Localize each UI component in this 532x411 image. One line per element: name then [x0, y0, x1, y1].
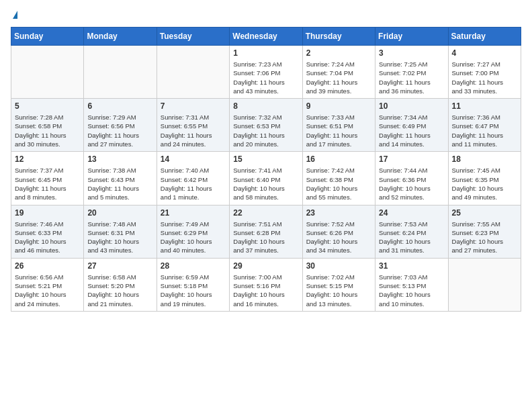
calendar-week-row: 5Sunrise: 7:28 AMSunset: 6:58 PMDaylight…: [11, 99, 521, 152]
day-info: Sunrise: 7:52 AMSunset: 6:26 PMDaylight:…: [306, 220, 371, 255]
day-number: 29: [233, 261, 298, 271]
logo: [11, 11, 17, 20]
day-info: Sunrise: 7:45 AMSunset: 6:35 PMDaylight:…: [452, 166, 517, 201]
calendar-day-cell: 13Sunrise: 7:38 AMSunset: 6:43 PMDayligh…: [84, 152, 157, 205]
day-info: Sunrise: 7:25 AMSunset: 7:02 PMDaylight:…: [379, 60, 444, 95]
weekday-header-tuesday: Tuesday: [157, 28, 229, 46]
day-number: 21: [161, 208, 226, 218]
calendar-day-cell: 3Sunrise: 7:25 AMSunset: 7:02 PMDaylight…: [375, 46, 448, 99]
day-info: Sunrise: 6:59 AMSunset: 5:18 PMDaylight:…: [161, 273, 226, 308]
calendar-day-cell: 27Sunrise: 6:58 AMSunset: 5:20 PMDayligh…: [84, 258, 157, 311]
weekday-header-saturday: Saturday: [448, 28, 521, 46]
day-info: Sunrise: 7:46 AMSunset: 6:33 PMDaylight:…: [15, 220, 80, 255]
header: [11, 11, 521, 20]
day-info: Sunrise: 7:44 AMSunset: 6:36 PMDaylight:…: [379, 166, 444, 201]
day-number: 12: [15, 154, 80, 164]
calendar-day-cell: [11, 46, 84, 99]
calendar-day-cell: 12Sunrise: 7:37 AMSunset: 6:45 PMDayligh…: [11, 152, 84, 205]
calendar-week-row: 1Sunrise: 7:23 AMSunset: 7:06 PMDaylight…: [11, 46, 521, 99]
day-info: Sunrise: 7:00 AMSunset: 5:16 PMDaylight:…: [233, 273, 298, 308]
day-info: Sunrise: 7:02 AMSunset: 5:15 PMDaylight:…: [306, 273, 371, 308]
calendar-day-cell: 29Sunrise: 7:00 AMSunset: 5:16 PMDayligh…: [230, 258, 302, 311]
day-number: 20: [87, 208, 152, 218]
calendar-day-cell: 16Sunrise: 7:42 AMSunset: 6:38 PMDayligh…: [302, 152, 375, 205]
day-info: Sunrise: 7:32 AMSunset: 6:53 PMDaylight:…: [233, 113, 298, 148]
calendar-day-cell: 24Sunrise: 7:53 AMSunset: 6:24 PMDayligh…: [375, 205, 448, 258]
calendar-day-cell: 7Sunrise: 7:31 AMSunset: 6:55 PMDaylight…: [157, 99, 229, 152]
day-number: 2: [306, 48, 371, 58]
calendar-week-row: 12Sunrise: 7:37 AMSunset: 6:45 PMDayligh…: [11, 152, 521, 205]
day-info: Sunrise: 7:53 AMSunset: 6:24 PMDaylight:…: [379, 220, 444, 255]
day-info: Sunrise: 6:56 AMSunset: 5:21 PMDaylight:…: [15, 273, 80, 308]
day-number: 15: [233, 154, 298, 164]
day-number: 11: [452, 101, 517, 111]
weekday-header-monday: Monday: [84, 28, 157, 46]
day-number: 8: [233, 101, 298, 111]
calendar-day-cell: 18Sunrise: 7:45 AMSunset: 6:35 PMDayligh…: [448, 152, 521, 205]
day-number: 16: [306, 154, 371, 164]
calendar-day-cell: 17Sunrise: 7:44 AMSunset: 6:36 PMDayligh…: [375, 152, 448, 205]
day-info: Sunrise: 7:41 AMSunset: 6:40 PMDaylight:…: [233, 166, 298, 201]
calendar-day-cell: 25Sunrise: 7:55 AMSunset: 6:23 PMDayligh…: [448, 205, 521, 258]
calendar-week-row: 19Sunrise: 7:46 AMSunset: 6:33 PMDayligh…: [11, 205, 521, 258]
day-number: 30: [306, 261, 371, 271]
calendar-day-cell: 10Sunrise: 7:34 AMSunset: 6:49 PMDayligh…: [375, 99, 448, 152]
calendar-day-cell: 2Sunrise: 7:24 AMSunset: 7:04 PMDaylight…: [302, 46, 375, 99]
day-number: 24: [379, 208, 444, 218]
day-number: 22: [233, 208, 298, 218]
day-info: Sunrise: 7:38 AMSunset: 6:43 PMDaylight:…: [87, 166, 152, 201]
calendar-day-cell: 22Sunrise: 7:51 AMSunset: 6:28 PMDayligh…: [230, 205, 302, 258]
calendar-day-cell: 11Sunrise: 7:36 AMSunset: 6:47 PMDayligh…: [448, 99, 521, 152]
day-info: Sunrise: 7:51 AMSunset: 6:28 PMDaylight:…: [233, 220, 298, 255]
day-info: Sunrise: 7:33 AMSunset: 6:51 PMDaylight:…: [306, 113, 371, 148]
day-number: 6: [87, 101, 152, 111]
day-info: Sunrise: 6:58 AMSunset: 5:20 PMDaylight:…: [87, 273, 152, 308]
calendar-day-cell: [84, 46, 157, 99]
calendar-day-cell: 31Sunrise: 7:03 AMSunset: 5:13 PMDayligh…: [375, 258, 448, 311]
calendar-day-cell: 28Sunrise: 6:59 AMSunset: 5:18 PMDayligh…: [157, 258, 229, 311]
calendar-day-cell: 30Sunrise: 7:02 AMSunset: 5:15 PMDayligh…: [302, 258, 375, 311]
day-number: 13: [87, 154, 152, 164]
calendar-day-cell: 21Sunrise: 7:49 AMSunset: 6:29 PMDayligh…: [157, 205, 229, 258]
day-number: 31: [379, 261, 444, 271]
calendar-day-cell: 1Sunrise: 7:23 AMSunset: 7:06 PMDaylight…: [230, 46, 302, 99]
calendar-day-cell: 15Sunrise: 7:41 AMSunset: 6:40 PMDayligh…: [230, 152, 302, 205]
day-number: 27: [87, 261, 152, 271]
day-number: 25: [452, 208, 517, 218]
calendar-day-cell: 6Sunrise: 7:29 AMSunset: 6:56 PMDaylight…: [84, 99, 157, 152]
day-number: 28: [161, 261, 226, 271]
day-number: 7: [161, 101, 226, 111]
calendar-day-cell: 20Sunrise: 7:48 AMSunset: 6:31 PMDayligh…: [84, 205, 157, 258]
calendar-day-cell: 4Sunrise: 7:27 AMSunset: 7:00 PMDaylight…: [448, 46, 521, 99]
day-number: 18: [452, 154, 517, 164]
day-number: 5: [15, 101, 80, 111]
day-info: Sunrise: 7:40 AMSunset: 6:42 PMDaylight:…: [161, 166, 226, 201]
weekday-header-row: SundayMondayTuesdayWednesdayThursdayFrid…: [11, 28, 521, 46]
calendar-day-cell: 8Sunrise: 7:32 AMSunset: 6:53 PMDaylight…: [230, 99, 302, 152]
day-info: Sunrise: 7:49 AMSunset: 6:29 PMDaylight:…: [161, 220, 226, 255]
day-number: 10: [379, 101, 444, 111]
day-info: Sunrise: 7:48 AMSunset: 6:31 PMDaylight:…: [87, 220, 152, 255]
calendar-day-cell: 14Sunrise: 7:40 AMSunset: 6:42 PMDayligh…: [157, 152, 229, 205]
weekday-header-thursday: Thursday: [302, 28, 375, 46]
day-number: 14: [161, 154, 226, 164]
day-info: Sunrise: 7:31 AMSunset: 6:55 PMDaylight:…: [161, 113, 226, 148]
calendar-day-cell: 5Sunrise: 7:28 AMSunset: 6:58 PMDaylight…: [11, 99, 84, 152]
day-number: 1: [233, 48, 298, 58]
day-number: 4: [452, 48, 517, 58]
day-info: Sunrise: 7:24 AMSunset: 7:04 PMDaylight:…: [306, 60, 371, 95]
weekday-header-sunday: Sunday: [11, 28, 84, 46]
calendar-day-cell: 19Sunrise: 7:46 AMSunset: 6:33 PMDayligh…: [11, 205, 84, 258]
day-info: Sunrise: 7:37 AMSunset: 6:45 PMDaylight:…: [15, 166, 80, 201]
calendar-day-cell: 26Sunrise: 6:56 AMSunset: 5:21 PMDayligh…: [11, 258, 84, 311]
logo-triangle-icon: [13, 11, 17, 19]
day-info: Sunrise: 7:23 AMSunset: 7:06 PMDaylight:…: [233, 60, 298, 95]
day-info: Sunrise: 7:36 AMSunset: 6:47 PMDaylight:…: [452, 113, 517, 148]
day-info: Sunrise: 7:34 AMSunset: 6:49 PMDaylight:…: [379, 113, 444, 148]
calendar-day-cell: [448, 258, 521, 311]
day-info: Sunrise: 7:03 AMSunset: 5:13 PMDaylight:…: [379, 273, 444, 308]
weekday-header-wednesday: Wednesday: [230, 28, 302, 46]
day-info: Sunrise: 7:55 AMSunset: 6:23 PMDaylight:…: [452, 220, 517, 255]
calendar-table: SundayMondayTuesdayWednesdayThursdayFrid…: [11, 27, 521, 312]
calendar-day-cell: [157, 46, 229, 99]
